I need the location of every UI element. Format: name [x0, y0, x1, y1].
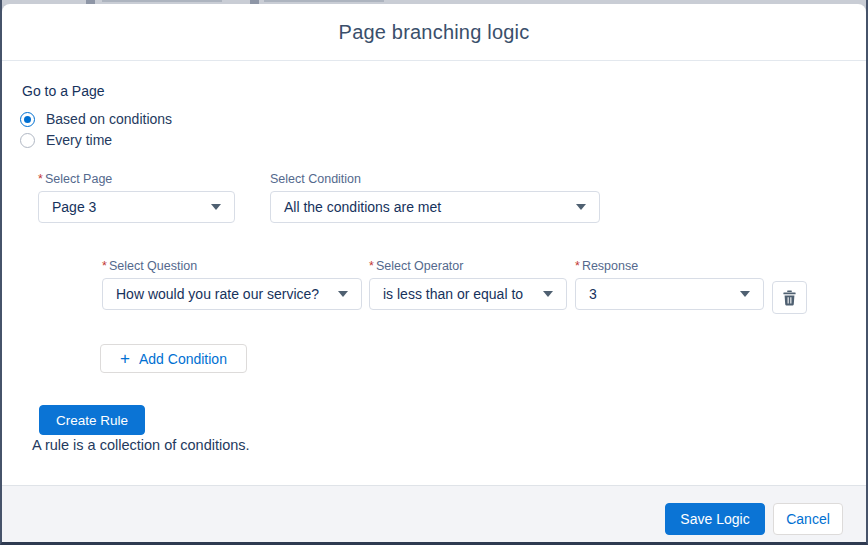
- select-condition-value: All the conditions are met: [284, 199, 441, 215]
- create-rule-button[interactable]: Create Rule: [39, 405, 145, 435]
- select-operator-label: *Select Operator: [369, 259, 567, 273]
- select-question-field: *Select Question How would you rate our …: [102, 259, 362, 310]
- add-condition-label: Add Condition: [139, 351, 227, 367]
- select-operator-dropdown[interactable]: is less than or equal to: [369, 278, 567, 310]
- required-asterisk: *: [369, 259, 374, 273]
- select-operator-label-text: Select Operator: [376, 259, 464, 273]
- background-artifact: [102, 0, 222, 2]
- page-branching-logic-modal: Page branching logic Go to a Page Based …: [2, 4, 866, 542]
- background-artifact: [264, 0, 384, 2]
- chevron-down-icon: [740, 291, 750, 297]
- modal-title: Page branching logic: [339, 21, 530, 44]
- chevron-down-icon: [543, 291, 553, 297]
- radio-selected-icon[interactable]: [20, 112, 35, 127]
- radio-icon[interactable]: [20, 133, 35, 148]
- select-question-dropdown[interactable]: How would you rate our service?: [102, 278, 362, 310]
- response-label: *Response: [575, 259, 764, 273]
- go-to-page-heading: Go to a Page: [22, 83, 105, 99]
- select-operator-value: is less than or equal to: [383, 286, 523, 302]
- response-label-text: Response: [582, 259, 638, 273]
- save-logic-button[interactable]: Save Logic: [665, 503, 765, 535]
- modal-header: Page branching logic: [2, 4, 866, 61]
- select-page-field: *Select Page Page 3: [38, 172, 235, 223]
- chevron-down-icon: [211, 204, 221, 210]
- required-asterisk: *: [575, 259, 580, 273]
- select-operator-field: *Select Operator is less than or equal t…: [369, 259, 567, 310]
- required-asterisk: *: [38, 172, 43, 186]
- select-condition-dropdown[interactable]: All the conditions are met: [270, 191, 600, 223]
- rule-helper-text: A rule is a collection of conditions.: [32, 437, 250, 453]
- radio-label-every-time: Every time: [46, 132, 112, 148]
- select-condition-field: Select Condition All the conditions are …: [270, 172, 600, 223]
- cancel-button[interactable]: Cancel: [773, 503, 843, 535]
- required-asterisk: *: [102, 259, 107, 273]
- response-value: 3: [589, 286, 597, 302]
- radio-option-every-time[interactable]: Every time: [20, 132, 112, 148]
- response-dropdown[interactable]: 3: [575, 278, 764, 310]
- radio-label-based-on-conditions: Based on conditions: [46, 111, 172, 127]
- screen: Page branching logic Go to a Page Based …: [0, 0, 868, 545]
- select-page-label: *Select Page: [38, 172, 235, 186]
- select-condition-label-text: Select Condition: [270, 172, 361, 186]
- select-condition-label: Select Condition: [270, 172, 600, 186]
- radio-option-based-on-conditions[interactable]: Based on conditions: [20, 111, 172, 127]
- modal-footer: Save Logic Cancel: [2, 485, 866, 542]
- select-page-value: Page 3: [52, 199, 96, 215]
- select-page-label-text: Select Page: [45, 172, 112, 186]
- select-question-value: How would you rate our service?: [116, 286, 319, 302]
- chevron-down-icon: [576, 204, 586, 210]
- select-question-label: *Select Question: [102, 259, 362, 273]
- plus-icon: +: [120, 349, 130, 369]
- select-page-dropdown[interactable]: Page 3: [38, 191, 235, 223]
- add-condition-button[interactable]: + Add Condition: [100, 344, 247, 373]
- delete-condition-button[interactable]: [772, 281, 807, 314]
- response-field: *Response 3: [575, 259, 764, 310]
- trash-icon: [782, 290, 797, 306]
- select-question-label-text: Select Question: [109, 259, 197, 273]
- chevron-down-icon: [338, 291, 348, 297]
